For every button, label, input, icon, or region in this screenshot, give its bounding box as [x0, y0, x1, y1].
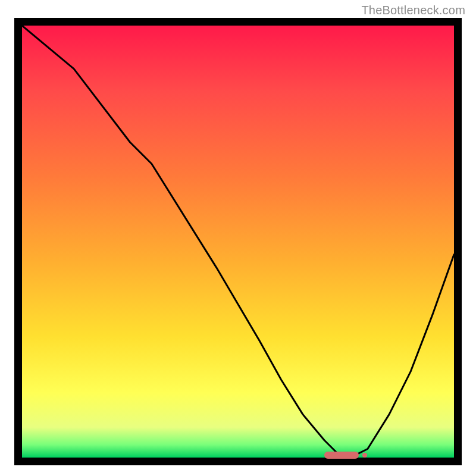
- watermark-text: TheBottleneck.com: [361, 4, 465, 17]
- chart-container: TheBottleneck.com: [0, 0, 476, 476]
- minimum-marker: [324, 452, 359, 459]
- curve-path: [22, 26, 454, 458]
- plot-area: [22, 26, 454, 458]
- plot-border: [14, 18, 462, 465]
- bottleneck-curve: [22, 26, 454, 458]
